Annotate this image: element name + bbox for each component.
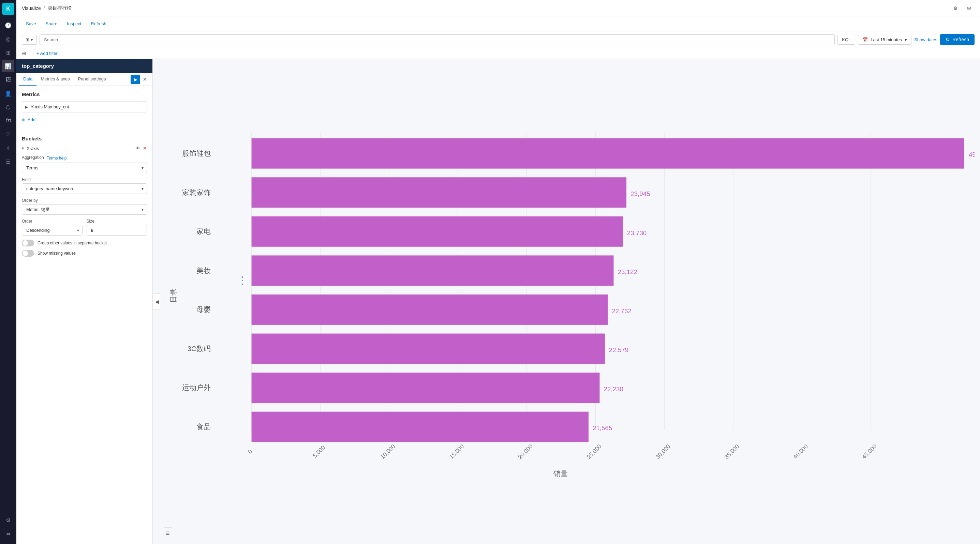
bar-muying[interactable]	[251, 295, 608, 325]
panel-header: top_category	[16, 59, 153, 73]
bar-yundong[interactable]	[251, 373, 600, 403]
bar-jiazhuang[interactable]	[251, 177, 627, 208]
order-label: Order	[22, 219, 83, 224]
x-axis-row: ▾ X-axis 👁 ✕	[22, 146, 147, 151]
collapse-panel-button[interactable]: ◀	[153, 293, 161, 310]
page-name-label: 类目排行榜	[48, 5, 72, 11]
aggregation-select[interactable]: Terms	[22, 163, 147, 173]
search-input[interactable]	[40, 35, 835, 45]
bar-jiadian[interactable]	[251, 216, 623, 247]
nav-logs-icon[interactable]: ☰	[2, 155, 14, 168]
close-panel-button[interactable]: ✕	[140, 75, 150, 84]
bar-label-fushi: 服饰鞋包	[182, 149, 211, 157]
x-axis-label: X-axis	[27, 146, 133, 151]
terms-help-button[interactable]: Terms help	[47, 156, 67, 160]
app-name-label: Visualize	[22, 5, 41, 11]
time-label: Last 15 minutes	[870, 37, 902, 42]
content-area: top_category Data Metrics & axes Panel s…	[16, 59, 980, 544]
run-button[interactable]: ▶	[130, 75, 140, 84]
order-select[interactable]: Descending	[22, 225, 83, 236]
nav-settings-icon[interactable]: ⚙	[2, 514, 14, 526]
save-button[interactable]: Save	[22, 19, 40, 28]
x-axis-expand-icon[interactable]: ▾	[22, 146, 24, 151]
aggregation-label-row: Aggregation Terms help	[22, 155, 147, 161]
time-picker-button[interactable]: 📅 Last 15 minutes ▾	[858, 35, 912, 44]
buckets-title: Buckets	[22, 136, 147, 141]
y-axis-label: 目录	[169, 289, 177, 303]
query-type-button[interactable]: ⊞ ▾	[22, 35, 37, 44]
chart-area: ◀ 目录	[153, 59, 980, 544]
nav-maps-icon[interactable]: 🗺	[2, 114, 14, 127]
time-chevron-icon: ▾	[905, 37, 907, 42]
action-bar: Save Share Inspect Refresh	[16, 16, 980, 31]
nav-visualize-icon[interactable]: 📊	[2, 60, 14, 72]
group-other-toggle[interactable]	[22, 239, 34, 246]
svg-text:35,000: 35,000	[723, 443, 740, 460]
show-missing-toggle-knob	[22, 251, 28, 256]
size-label: Size	[87, 219, 147, 224]
nav-apm-icon[interactable]: ⟡	[2, 142, 14, 154]
order-select-wrapper: Descending ▾	[22, 225, 83, 236]
nav-canvas-icon[interactable]: 🖼	[2, 74, 14, 86]
delete-x-axis-icon[interactable]: ✕	[143, 146, 147, 151]
metrics-section-title: Metrics	[22, 91, 147, 97]
size-col: Size	[87, 219, 147, 236]
kql-button[interactable]: KQL	[837, 35, 855, 44]
nav-dashboard-icon[interactable]: ⊞	[2, 46, 14, 59]
nav-collapse-icon[interactable]: ⇔	[2, 528, 14, 540]
query-bar: ⊞ ▾ KQL 📅 Last 15 minutes ▾ Show dates ↻…	[16, 31, 980, 48]
tab-data[interactable]: Data	[19, 73, 37, 86]
bar-fushi[interactable]	[251, 138, 964, 169]
svg-text:15,000: 15,000	[448, 443, 465, 460]
filter-bar: ⊕ — + Add filter	[16, 48, 980, 59]
aggregation-select-wrapper: Terms ▾	[22, 163, 147, 173]
left-navigation: K 🕐 ◎ ⊞ 📊 🖼 👤 ⬡ 🗺 ♡ ⟡ ☰ ⚙ ⇔	[0, 0, 16, 544]
filter-icon[interactable]: ⊕	[22, 50, 26, 57]
show-dates-button[interactable]: Show dates	[914, 37, 937, 42]
field-select[interactable]: category_name.keyword	[22, 183, 147, 194]
legend-button[interactable]: ☰	[164, 529, 172, 537]
main-refresh-button[interactable]: ↻ Refresh	[940, 34, 975, 45]
bar-shipin[interactable]	[251, 412, 589, 442]
tab-metrics-axes[interactable]: Metrics & axes	[37, 73, 74, 86]
bar-label-shipin: 食品	[196, 423, 211, 430]
size-input[interactable]	[87, 225, 147, 236]
svg-text:0: 0	[247, 448, 254, 455]
nav-clock-icon[interactable]: 🕐	[2, 19, 14, 31]
visibility-icon[interactable]: 👁	[135, 146, 140, 151]
bar-chart: 目录 服饰鞋包 45,388	[158, 64, 975, 539]
inspect-button[interactable]: Inspect	[63, 19, 85, 28]
tab-panel-settings[interactable]: Panel settings	[74, 73, 110, 86]
settings-icon[interactable]: ⚙	[950, 3, 961, 14]
nav-graph-icon[interactable]: ⬡	[2, 101, 14, 113]
app-logo[interactable]: K	[2, 3, 14, 15]
bar-label-jiazhuang: 家装家饰	[182, 189, 211, 196]
bar-meizhuang[interactable]	[251, 255, 614, 285]
order-by-select[interactable]: Metric: 销量	[22, 204, 147, 215]
bar-3c[interactable]	[251, 334, 605, 364]
bar-value-shipin: 21,565	[593, 424, 612, 431]
buckets-section: Buckets ▾ X-axis 👁 ✕ Aggregation Terms h…	[22, 136, 147, 257]
panel-body: Metrics ▶ Y-axis Max buy_cnt ⊕ Add Bucke…	[16, 86, 153, 544]
aggregation-label: Aggregation	[22, 155, 44, 160]
add-filter-button[interactable]: + Add filter	[37, 51, 57, 56]
add-metric-button[interactable]: ⊕ Add	[22, 115, 147, 124]
y-axis-metric-row[interactable]: ▶ Y-axis Max buy_cnt	[22, 101, 147, 113]
nav-discover-icon[interactable]: ◎	[2, 33, 14, 45]
nav-ml-icon[interactable]: 👤	[2, 87, 14, 100]
mail-icon[interactable]: ✉	[964, 3, 975, 14]
nav-monitoring-icon[interactable]: ♡	[2, 128, 14, 140]
order-size-row: Order Descending ▾ Size	[22, 219, 147, 236]
svg-text:25,000: 25,000	[585, 443, 603, 460]
refresh-action-button[interactable]: Refresh	[87, 19, 110, 28]
show-missing-label: Show missing values	[38, 251, 76, 255]
svg-text:10,000: 10,000	[379, 443, 396, 460]
bottom-toolbar: ☰	[164, 527, 172, 539]
left-panel: top_category Data Metrics & axes Panel s…	[16, 59, 153, 544]
show-missing-toggle[interactable]	[22, 250, 34, 257]
top-bar-icons: ⚙ ✉	[950, 3, 975, 14]
bar-label-muying: 母婴	[196, 305, 211, 313]
query-type-icon: ⊞	[25, 37, 29, 42]
bar-value-3c: 22,579	[609, 346, 629, 354]
share-button[interactable]: Share	[41, 19, 62, 28]
